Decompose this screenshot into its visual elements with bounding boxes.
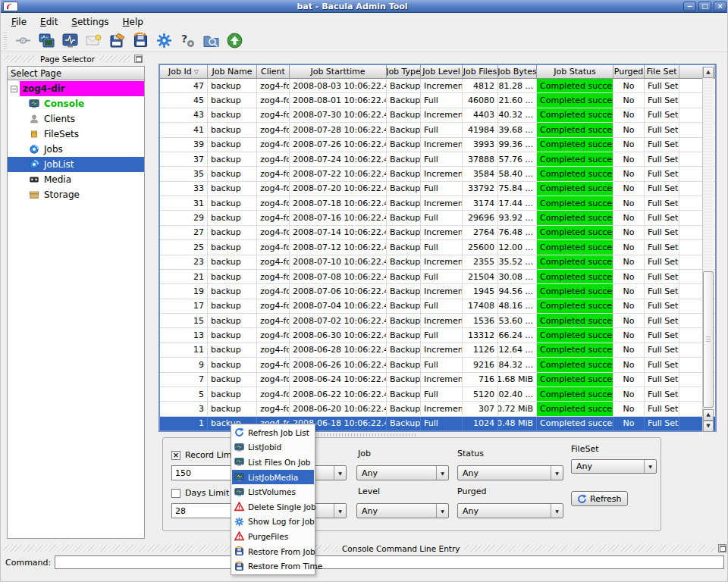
menu-item-refresh-job-list[interactable]: Refresh Job List [232, 425, 314, 440]
toolbar-handle[interactable] [3, 33, 7, 49]
column-header-purged[interactable]: Purged [613, 65, 645, 79]
menu-item-listjobid[interactable]: ListJobid [232, 440, 314, 455]
job-row-19[interactable]: 19backupzog4-fd2008-07-06 10:06:22.40015… [160, 284, 715, 299]
sidebar-item-jobs[interactable]: Jobs [8, 142, 144, 157]
sidebar-item-filesets[interactable]: FileSets [8, 127, 144, 142]
connect-toolbar-button[interactable] [13, 31, 33, 51]
job-row-33[interactable]: 33backupzog4-fd2008-07-20 10:06:22.40015… [160, 182, 715, 196]
cell: No [613, 152, 645, 166]
job-row-5[interactable]: 5backupzog4-fd2008-06-22 10:06:22.400158… [160, 387, 715, 402]
scroll-down-button[interactable]: ▼ [703, 421, 714, 432]
column-header-job-type[interactable]: Job Type [387, 65, 421, 79]
fileset-combo[interactable]: Any▼ [571, 459, 657, 474]
sidebar-item-console[interactable]: Console [8, 96, 144, 111]
menu-item-listjobmedia[interactable]: ListJobMedia [232, 470, 314, 485]
menu-item-list-files-on-job[interactable]: List Files On Job [232, 455, 314, 470]
sidebar-item-clients[interactable]: Clients [8, 111, 144, 127]
job-row-41[interactable]: 41backupzog4-fd2008-07-28 10:06:22.40015… [160, 123, 715, 137]
job-row-15[interactable]: 15backupzog4-fd2008-07-02 10:06:22.40015… [160, 314, 715, 328]
menu-item-listvolumes[interactable]: ListVolumes [232, 484, 314, 499]
cell: 2008-07-22 10:06:22.400158 [290, 167, 387, 180]
record-limit-checkbox[interactable]: × [171, 451, 180, 460]
column-header-job-id[interactable]: Job Id▽ [160, 65, 208, 79]
refresh-button[interactable]: Refresh [571, 491, 628, 506]
column-header-job-bytes[interactable]: Job Bytes [498, 65, 537, 79]
job-row-7[interactable]: 7backupzog4-fd2008-06-24 10:06:22.400158… [160, 373, 715, 387]
menu-item-restore-from-time[interactable]: Restore From Time [232, 559, 314, 574]
column-header-file-set[interactable]: File Set [645, 65, 679, 79]
job-row-23[interactable]: 23backupzog4-fd2008-07-10 10:06:22.40015… [160, 255, 715, 270]
job-row-31[interactable]: 31backupzog4-fd2008-07-18 10:06:22.40015… [160, 196, 715, 211]
menu-item-restore-from-job[interactable]: Restore From Job [232, 544, 314, 559]
cell: No [613, 138, 645, 152]
job-row-27[interactable]: 27backupzog4-fd2008-07-14 10:06:22.40015… [160, 226, 715, 240]
job-row-25[interactable]: 25backupzog4-fd2008-07-12 10:06:22.40015… [160, 240, 715, 255]
cell: zog4-fd [257, 255, 290, 269]
job-row-21[interactable]: 21backupzog4-fd2008-07-08 10:06:22.40015… [160, 270, 715, 284]
scrollbar-track[interactable] [703, 78, 714, 409]
job-row-43[interactable]: 43backupzog4-fd2008-07-30 10:06:22.40015… [160, 108, 715, 123]
days-limit-checkbox[interactable] [171, 489, 180, 498]
joblist-monitor-toolbar-button[interactable] [60, 31, 80, 51]
dock-float-button[interactable] [718, 544, 726, 552]
menu-item-show-log-for-job[interactable]: Show Log for Job [232, 515, 314, 530]
column-header-job-files[interactable]: Job Files [463, 65, 498, 79]
column-header-client[interactable]: Client [257, 65, 290, 79]
tree-expander[interactable]: − [11, 86, 17, 92]
column-header-job-name[interactable]: Job Name [208, 65, 257, 79]
command-input[interactable] [55, 555, 724, 569]
job-row-29[interactable]: 29backupzog4-fd2008-07-16 10:06:22.40015… [160, 211, 715, 225]
cell: 2008-06-30 10:06:22.400158 [290, 328, 387, 342]
maximize-button[interactable]: □ [698, 2, 711, 11]
job-row-13[interactable]: 13backupzog4-fd2008-06-30 10:06:22.40015… [160, 328, 715, 343]
job-row-45[interactable]: 45backupzog4-fd2008-08-01 10:06:22.40015… [160, 93, 715, 108]
browse-toolbar-button[interactable] [201, 31, 221, 51]
menu-edit[interactable]: Edit [34, 15, 64, 29]
up-toolbar-button[interactable] [224, 31, 244, 51]
menu-file[interactable]: File [5, 15, 33, 29]
minimize-button[interactable]: − [683, 2, 696, 11]
menu-item-delete-single-job[interactable]: Delete Single Job [232, 499, 314, 515]
scrollbar-thumb[interactable] [703, 271, 714, 408]
table-body: 47backupzog4-fd2008-08-03 10:06:22.40015… [160, 79, 715, 430]
job-row-11[interactable]: 11backupzog4-fd2008-06-28 10:06:22.40015… [160, 343, 715, 358]
close-button[interactable]: × [714, 2, 726, 11]
job-row-3[interactable]: 3backupzog4-fd2008-06-20 10:06:22.400158… [160, 402, 715, 416]
column-header-job-starttime[interactable]: Job Starttime [290, 65, 387, 79]
scroll-up-button[interactable]: ▲ [703, 67, 714, 78]
filesets-icon [29, 129, 39, 139]
level-combo[interactable]: Any▼ [356, 503, 449, 518]
cell: No [613, 240, 645, 254]
job-combo[interactable]: Any▼ [356, 465, 449, 480]
job-row-47[interactable]: 47backupzog4-fd2008-08-03 10:06:22.40015… [160, 79, 715, 93]
job-row-9[interactable]: 9backupzog4-fd2008-06-26 10:06:22.400158… [160, 358, 715, 372]
column-header-job-level[interactable]: Job Level [421, 65, 463, 79]
run-job-toolbar-button[interactable] [107, 31, 127, 51]
run-gear-toolbar-button[interactable] [154, 31, 174, 51]
jobs-icon [29, 144, 39, 155]
status-combo[interactable]: Any▼ [457, 465, 563, 480]
sidebar-item-media[interactable]: Media [8, 172, 144, 187]
sidebar-item-zog4-dir[interactable]: −zog4-dir [8, 81, 144, 96]
label-toolbar-button[interactable] [83, 31, 103, 51]
sidebar-item-storage[interactable]: Storage [8, 187, 144, 202]
estimate-toolbar-button[interactable]: ? [177, 31, 197, 51]
job-row-17[interactable]: 17backupzog4-fd2008-07-04 10:06:22.40015… [160, 299, 715, 314]
job-row-35[interactable]: 35backupzog4-fd2008-07-22 10:06:22.40015… [160, 167, 715, 181]
menu-help[interactable]: Help [117, 15, 149, 29]
sidebar-item-joblist[interactable]: JobList [8, 157, 144, 172]
column-header-job-status[interactable]: Job Status [537, 65, 613, 79]
console-window-toolbar-button[interactable] [36, 31, 56, 51]
restore-toolbar-button[interactable] [130, 31, 150, 51]
vertical-scrollbar[interactable]: ▲ ▲ ▼ [702, 67, 714, 432]
purged-combo[interactable]: Any▼ [457, 503, 563, 518]
job-row-39[interactable]: 39backupzog4-fd2008-07-26 10:06:22.40015… [160, 138, 715, 152]
menu-item-purgefiles[interactable]: PurgeFiles [232, 529, 314, 544]
dock-float-button[interactable] [134, 55, 143, 63]
gear-icon [234, 517, 244, 527]
titlebar[interactable]: bat - Bacula Admin Tool − □ × [1, 0, 728, 13]
menu-settings[interactable]: Settings [65, 15, 115, 29]
cell: No [613, 328, 645, 342]
job-row-37[interactable]: 37backupzog4-fd2008-07-24 10:06:22.40015… [160, 152, 715, 167]
scroll-up-button[interactable]: ▲ [703, 409, 714, 421]
